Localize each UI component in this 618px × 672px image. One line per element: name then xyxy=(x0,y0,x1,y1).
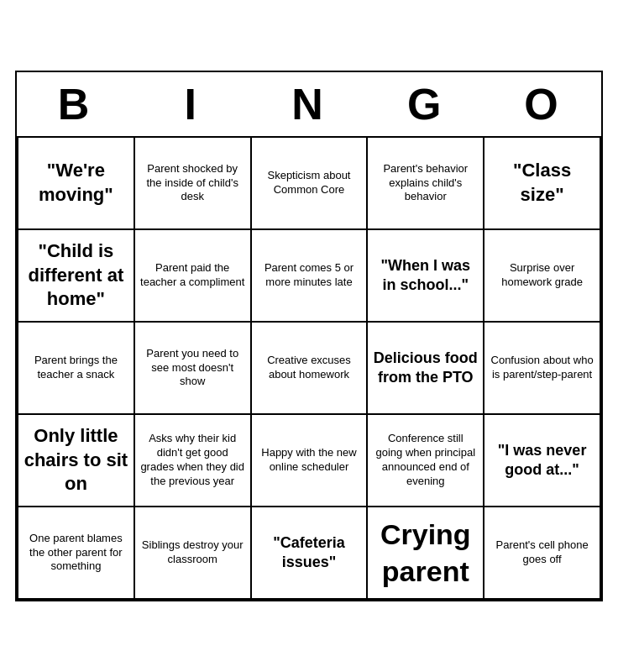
bingo-cell: "Child is different at home" xyxy=(18,230,135,323)
bingo-cell: Siblings destroy your classroom xyxy=(135,507,252,600)
bingo-cell: Parent shocked by the inside of child's … xyxy=(135,138,252,230)
bingo-cell: "Cafeteria issues" xyxy=(252,507,369,600)
bingo-cell: Only little chairs to sit on xyxy=(18,415,135,507)
bingo-cell: "I was never good at..." xyxy=(484,415,601,507)
bingo-cell: Crying parent xyxy=(368,507,484,600)
bingo-cell: Happy with the new online scheduler xyxy=(252,415,369,507)
bingo-cell: Asks why their kid didn't get good grade… xyxy=(135,415,252,507)
bingo-card: BINGO "We're moving"Parent shocked by th… xyxy=(15,71,603,601)
header-letter: B xyxy=(17,72,134,136)
header-letter: O xyxy=(484,72,601,136)
header-letter: G xyxy=(368,72,484,136)
bingo-cell: Conference still going when principal an… xyxy=(368,415,484,507)
bingo-cell: Confusion about who is parent/step-paren… xyxy=(484,323,601,415)
bingo-cell: Creative excuses about homework xyxy=(252,323,369,415)
header-letter: I xyxy=(134,72,250,136)
bingo-cell: Delicious food from the PTO xyxy=(368,323,484,415)
bingo-cell: Parent's behavior explains child's behav… xyxy=(368,138,484,230)
bingo-cell: One parent blames the other parent for s… xyxy=(18,507,135,600)
bingo-cell: Parent comes 5 or more minutes late xyxy=(252,230,369,323)
bingo-grid: "We're moving"Parent shocked by the insi… xyxy=(17,136,601,600)
bingo-cell: "We're moving" xyxy=(18,138,135,230)
bingo-header: BINGO xyxy=(17,72,601,136)
bingo-cell: "When I was in school..." xyxy=(368,230,484,323)
bingo-cell: Parent brings the teacher a snack xyxy=(18,323,135,415)
bingo-cell: Surprise over homework grade xyxy=(484,230,601,323)
bingo-cell: Parent's cell phone goes off xyxy=(484,507,601,600)
bingo-cell: "Class size" xyxy=(484,138,601,230)
header-letter: N xyxy=(250,72,367,136)
bingo-cell: Parent you need to see most doesn't show xyxy=(135,323,252,415)
bingo-cell: Skepticism about Common Core xyxy=(252,138,369,230)
bingo-cell: Parent paid the teacher a compliment xyxy=(135,230,252,323)
